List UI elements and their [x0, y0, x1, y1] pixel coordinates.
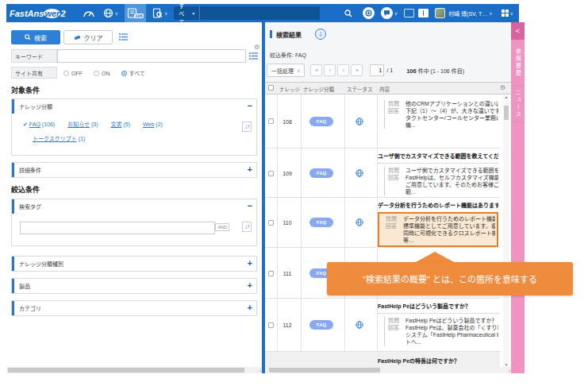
- grid-icon: [502, 10, 509, 17]
- collapse-icon[interactable]: −: [248, 202, 252, 210]
- knowledge-id: 111: [277, 271, 298, 276]
- expand-icon[interactable]: +: [248, 165, 252, 174]
- condition-list-icon[interactable]: [119, 33, 128, 41]
- collapse-icon[interactable]: −: [248, 102, 252, 110]
- filter-link-talkscript[interactable]: トークスクリプト: [33, 136, 77, 141]
- search-tag-input[interactable]: [20, 222, 215, 234]
- check-icon: ✔: [23, 122, 28, 127]
- search-icon[interactable]: [340, 10, 356, 17]
- site-share-on-radio[interactable]: ON: [94, 71, 110, 76]
- table-row[interactable]: FastHelp Peの特長は何ですか？: [265, 352, 500, 367]
- knowledge-title[interactable]: ユーザ側でカスタマイズできる範囲を教えてください。: [378, 149, 498, 160]
- site-share-off-radio[interactable]: OFF: [63, 71, 83, 76]
- page-number-input[interactable]: [370, 64, 384, 76]
- keyword-label: キーワード: [11, 49, 57, 63]
- knowledge-type-header[interactable]: ナレッジ分類種別 +: [12, 257, 256, 271]
- user-menu[interactable]: 村崎 博(SV, T… ∨: [432, 4, 494, 22]
- quick-create-icon[interactable]: [363, 7, 375, 19]
- portal-globe-icon[interactable]: ∨: [101, 4, 121, 22]
- dashboard-gauge-icon[interactable]: [81, 4, 97, 22]
- column-settings-gear-icon[interactable]: ⚙: [500, 85, 505, 91]
- expand-icon[interactable]: +: [248, 259, 252, 268]
- knowledge-title[interactable]: データ分析を行うためのレポート機能はありますか？: [378, 198, 498, 209]
- sort-toggle-icon[interactable]: ↓↑: [242, 222, 252, 232]
- table-vertical-scrollbar[interactable]: ▲ ▼: [503, 95, 509, 367]
- row-checkbox[interactable]: [268, 322, 274, 328]
- search-button[interactable]: 検索: [11, 30, 60, 44]
- left-horizontal-scrollbar[interactable]: ›: [6, 367, 262, 373]
- search-menu-button[interactable]: ∨: [150, 4, 170, 22]
- scrollbar-thumb[interactable]: [269, 368, 380, 372]
- scroll-right-icon[interactable]: ›: [259, 367, 261, 373]
- column-status[interactable]: ステータス: [347, 85, 373, 93]
- tab-news[interactable]: ニュース: [511, 86, 525, 122]
- chat-menu-button[interactable]: ∨: [379, 4, 400, 22]
- collapse-panel-button[interactable]: <: [511, 22, 525, 40]
- knowledge-count-badge: 106: [134, 14, 144, 18]
- table-header: ナレッジ ナレッジ分類 ステータス 内容 ⚙: [265, 83, 511, 95]
- expand-icon[interactable]: +: [248, 281, 252, 290]
- filter-link-faq[interactable]: FAQ: [29, 122, 40, 127]
- column-content[interactable]: 内容: [379, 85, 390, 93]
- bulk-action-button[interactable]: 一括処理∨: [267, 64, 305, 77]
- search-results-panel: 検索結果 ⇩ 絞込条件: FAQ 一括処理∨ « ‹ › » / 1 106 件…: [265, 22, 511, 373]
- download-icon[interactable]: ⇩: [315, 29, 326, 40]
- table-row[interactable]: 112 FAQ FastHelp Peはどういう製品ですか？ 質問FastHel…: [265, 299, 500, 352]
- table-row[interactable]: 108 FAQ 質問他のCRMアプリケーションとの違いは何で 回答 下記（1）～…: [265, 95, 500, 149]
- knowledge-title[interactable]: FastHelp Peはどういう製品ですか？: [378, 299, 498, 310]
- select-all-checkbox[interactable]: [268, 85, 274, 91]
- knowledge-class-badge: FAQ: [309, 320, 333, 330]
- product-header[interactable]: 製品 +: [12, 279, 256, 293]
- knowledge-list-button[interactable]: 106: [125, 4, 146, 22]
- annotation-callout: "検索結果の概要" とは、この箇所を意味する: [327, 262, 573, 295]
- global-search-input[interactable]: [200, 6, 340, 20]
- column-class[interactable]: ナレッジ分類: [303, 85, 334, 93]
- filter-link-news[interactable]: お知らせ: [67, 122, 90, 127]
- category-header[interactable]: カテゴリ +: [12, 301, 256, 315]
- apps-grid-button[interactable]: ∨: [499, 4, 516, 22]
- settings-gear-icon[interactable]: ⚙: [254, 44, 259, 51]
- chevron-down-icon: ∨: [510, 10, 513, 16]
- expand-icon[interactable]: +: [248, 303, 252, 312]
- last-page-button[interactable]: »: [351, 64, 363, 76]
- search-tag-header[interactable]: 検索タグ −: [12, 199, 256, 214]
- prev-page-button[interactable]: ‹: [324, 64, 336, 76]
- filter-link-doc[interactable]: 文書: [111, 122, 122, 127]
- scroll-up-icon[interactable]: ▲: [503, 95, 509, 99]
- knowledge-class-badge: FAQ: [309, 218, 333, 227]
- knowledge-class-badge: FAQ: [309, 117, 333, 126]
- scrollbar-thumb[interactable]: [504, 106, 509, 120]
- sort-toggle-icon[interactable]: ↓↑: [242, 122, 252, 132]
- page-total: / 1: [386, 68, 393, 73]
- app-header: FastAnswer2 ∨ 106 ∨ すべて▾ ∨ 村崎 博(SV, T… ∨: [6, 4, 519, 22]
- filter-link-web[interactable]: Web: [143, 122, 154, 127]
- tab-reference-history[interactable]: 参照履歴: [511, 40, 525, 86]
- column-id[interactable]: ナレッジ: [279, 85, 300, 93]
- keyword-input[interactable]: [57, 49, 246, 63]
- right-horizontal-scrollbar[interactable]: ›: [266, 367, 511, 373]
- row-checkbox[interactable]: [268, 118, 274, 124]
- scroll-right-icon[interactable]: ›: [509, 367, 510, 373]
- search-scope-select[interactable]: すべて▾: [174, 6, 200, 20]
- search-conditions-panel: 検索 クリア ⚙ キーワード サイト共有 OFF ON すべて 対象条件 ナレッ…: [6, 22, 262, 367]
- next-page-button[interactable]: ›: [337, 64, 349, 76]
- single-pane-toggle[interactable]: [404, 9, 414, 17]
- table-row[interactable]: 109 FAQ ユーザ側でカスタマイズできる範囲を教えてください。 質問ユーザ側…: [265, 149, 500, 198]
- answer-label: 回答: [388, 107, 405, 129]
- knowledge-class-panel-header[interactable]: ナレッジ分類 −: [12, 99, 256, 114]
- row-checkbox[interactable]: [268, 171, 274, 176]
- row-checkbox[interactable]: [268, 220, 274, 226]
- scrollbar-thumb[interactable]: [8, 368, 244, 372]
- detail-conditions-header[interactable]: 詳細条件 +: [12, 163, 256, 177]
- table-row-highlighted[interactable]: 110 FAQ データ分析を行うためのレポート機能はありますか？ 質問データ分析…: [265, 198, 500, 248]
- and-operator-label: AND: [215, 223, 229, 231]
- split-pane-toggle[interactable]: [418, 9, 429, 17]
- keyword-list-icon[interactable]: [249, 52, 258, 60]
- row-checkbox[interactable]: [268, 271, 274, 276]
- first-page-button[interactable]: «: [310, 64, 322, 76]
- callout-pointer: [414, 252, 455, 263]
- results-title: 検索結果: [276, 30, 302, 39]
- clear-button[interactable]: クリア: [63, 30, 113, 44]
- site-share-all-radio[interactable]: すべて: [121, 69, 145, 77]
- knowledge-title[interactable]: FastHelp Peの特長は何ですか？: [378, 352, 498, 365]
